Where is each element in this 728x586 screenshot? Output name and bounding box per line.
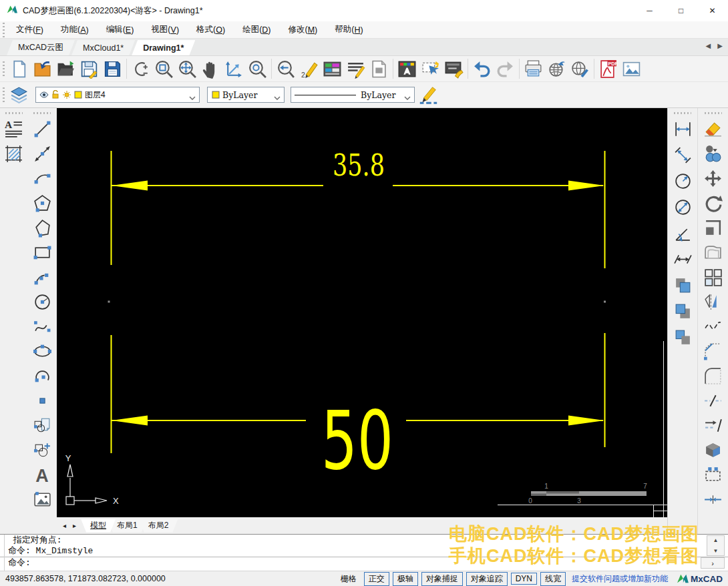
move-icon[interactable] <box>701 167 725 190</box>
open-dwg-icon[interactable] <box>31 57 54 80</box>
arc-cse-icon[interactable] <box>31 364 54 387</box>
join-icon[interactable] <box>701 488 725 511</box>
order-front-icon[interactable] <box>671 274 695 296</box>
rotate-icon[interactable] <box>701 192 725 214</box>
page-setup-icon[interactable] <box>367 57 391 80</box>
spline-icon[interactable] <box>31 315 54 338</box>
mtext-icon[interactable]: A <box>2 117 25 140</box>
axes-icon[interactable] <box>222 57 246 80</box>
dim-diameter-icon[interactable] <box>671 196 695 218</box>
web-edit-icon[interactable] <box>568 57 592 80</box>
new-file-icon[interactable] <box>7 57 31 80</box>
pline-arc-icon[interactable] <box>31 266 54 288</box>
hatch-icon[interactable] <box>2 142 25 165</box>
insert-block-icon[interactable] <box>31 438 54 461</box>
lengthen-icon[interactable] <box>701 414 725 436</box>
command-expand-button[interactable]: › <box>701 557 725 569</box>
status-toggle-极轴[interactable]: 极轴 <box>393 572 418 586</box>
save-icon[interactable] <box>77 57 101 80</box>
mirror-icon[interactable] <box>701 290 725 313</box>
doc-tab-scroll-left[interactable]: ◀ <box>706 42 711 49</box>
erase-icon[interactable] <box>701 117 725 140</box>
layer-select[interactable]: 图层4 <box>35 87 200 103</box>
layout-scroll-right[interactable]: ▸ <box>69 522 79 529</box>
doc-tab-MxCloud1*[interactable]: MxCloud1* <box>71 40 135 55</box>
dim-linear-icon[interactable] <box>671 117 695 140</box>
status-toggle-DYN[interactable]: DYN <box>511 573 537 585</box>
menu-item-绘图[interactable]: 绘图(D) <box>234 21 279 38</box>
layout-tab-布局2[interactable]: 布局2 <box>139 519 178 533</box>
pan-icon[interactable] <box>199 57 222 80</box>
maximize-button[interactable]: □ <box>665 0 697 21</box>
text-icon[interactable]: A <box>31 463 54 486</box>
status-toggle-栅格[interactable]: 栅格 <box>337 573 361 585</box>
stretch-icon[interactable] <box>701 463 725 486</box>
revcloud-icon[interactable] <box>701 315 725 338</box>
feedback-link[interactable]: 提交软件问题或增加新功能 <box>572 573 668 585</box>
status-toggle-对象追踪[interactable]: 对象追踪 <box>466 572 508 586</box>
image-ref-icon[interactable] <box>31 488 54 511</box>
order-back-icon[interactable] <box>671 300 695 322</box>
scroll-down-icon[interactable]: ▼ <box>713 548 719 554</box>
save-as-icon[interactable] <box>101 57 124 80</box>
linetype-select[interactable]: ByLayer <box>291 87 415 103</box>
layout-tab-模型[interactable]: 模型 <box>81 519 116 533</box>
menu-item-编辑[interactable]: 编辑(E) <box>98 21 143 38</box>
circle-icon[interactable] <box>31 290 54 313</box>
redo-icon[interactable] <box>494 57 517 80</box>
export-pdf-icon[interactable]: PDF <box>596 57 620 80</box>
polyline-icon[interactable] <box>31 216 54 239</box>
color-select[interactable]: ByLayer <box>207 87 285 103</box>
status-toggle-线宽[interactable]: 线宽 <box>540 572 566 586</box>
menu-item-格式[interactable]: 格式(O) <box>188 21 234 38</box>
command-scrollbar[interactable]: ▲▼ <box>707 535 725 556</box>
order-under-icon[interactable] <box>671 326 695 348</box>
minimize-button[interactable]: ─ <box>634 0 665 21</box>
xline-icon[interactable] <box>31 142 54 165</box>
selection-settings-icon[interactable] <box>419 57 442 80</box>
undo-icon[interactable] <box>470 57 494 80</box>
layers-icon[interactable] <box>7 83 31 106</box>
scale-icon[interactable] <box>701 216 725 239</box>
menu-item-文件[interactable]: 文件(F) <box>7 21 52 38</box>
scroll-up-icon[interactable]: ▲ <box>713 537 719 543</box>
print-icon[interactable] <box>522 57 545 80</box>
close-button[interactable]: ✕ <box>697 0 728 21</box>
dim-angular-icon[interactable] <box>671 222 695 244</box>
zoom-previous-icon[interactable] <box>274 57 297 80</box>
status-toggle-对象捕捉[interactable]: 对象捕捉 <box>421 572 463 586</box>
zoom-scale-icon[interactable] <box>129 57 152 80</box>
linetype-manager-icon[interactable] <box>344 57 367 80</box>
doc-tab-Drawing1*[interactable]: Drawing1* <box>132 40 195 55</box>
lineweight-icon[interactable] <box>415 83 441 106</box>
insert-image-icon[interactable] <box>620 57 643 80</box>
open-file-icon[interactable] <box>54 57 77 80</box>
doc-tab-MxCAD云图[interactable]: MxCAD云图 <box>7 40 75 55</box>
status-toggle-正交[interactable]: 正交 <box>364 572 389 586</box>
zoom-extents-icon[interactable] <box>176 57 199 80</box>
dim-distance-icon[interactable] <box>671 248 695 270</box>
rectangle-icon[interactable] <box>31 241 54 264</box>
ellipse-icon[interactable] <box>31 340 54 362</box>
point-icon[interactable] <box>31 389 54 412</box>
array-icon[interactable] <box>701 266 725 288</box>
fillet-icon[interactable] <box>701 364 725 387</box>
drawing-canvas[interactable]: 35.8 50 Y X 1 <box>57 108 667 517</box>
box3d-icon[interactable] <box>701 438 725 461</box>
menu-item-帮助[interactable]: 帮助(H) <box>326 21 371 38</box>
arc-icon[interactable] <box>31 167 54 190</box>
menu-item-视图[interactable]: 视图(V) <box>142 21 188 38</box>
menu-item-功能[interactable]: 功能(A) <box>52 21 98 38</box>
layer-manager-icon[interactable] <box>321 57 344 80</box>
menu-item-修改[interactable]: 修改(M) <box>280 21 327 38</box>
draw-pencil-icon[interactable]: 2 <box>297 57 321 80</box>
zoom-object-icon[interactable] <box>246 57 269 80</box>
dim-radius-icon[interactable] <box>671 170 695 192</box>
layout-scroll-left[interactable]: ◂ <box>59 522 69 529</box>
offset-icon[interactable] <box>701 241 725 264</box>
text-style-icon[interactable] <box>395 57 419 80</box>
zoom-window-icon[interactable] <box>152 57 176 80</box>
doc-tab-scroll-right[interactable]: ▶ <box>717 42 723 49</box>
break-icon[interactable] <box>701 389 725 412</box>
polygon-icon[interactable] <box>31 192 54 214</box>
